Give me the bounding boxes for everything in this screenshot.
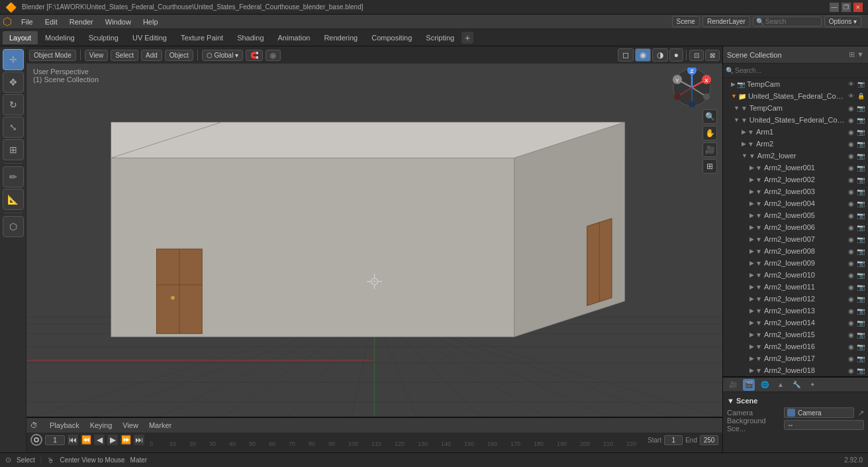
bg-scene-selector[interactable]: ↔ xyxy=(784,420,864,430)
cam-btn[interactable]: 📷 xyxy=(856,330,865,339)
camera-grid-button[interactable]: ⊞ xyxy=(702,159,717,174)
outliner-search-input[interactable] xyxy=(735,67,865,74)
render-icon[interactable]: 📷 xyxy=(856,79,865,89)
tab-texture-paint[interactable]: Texture Paint xyxy=(174,31,230,44)
cam-btn[interactable]: 📷 xyxy=(856,211,865,220)
menu-item-help[interactable]: Help xyxy=(138,17,164,27)
proportional-edit-button[interactable]: ◎ xyxy=(265,50,281,61)
transform-space-selector[interactable]: ⬡ Global ▾ xyxy=(202,50,243,61)
minimize-button[interactable]: — xyxy=(830,3,839,12)
outliner-item-0[interactable]: ▼ ▼ TempCam ◉ 📷 xyxy=(723,102,868,114)
cam-btn[interactable]: 📷 xyxy=(856,294,865,303)
outliner-options-icon[interactable]: ▼ xyxy=(857,50,864,59)
outliner-item-5[interactable]: ▶ ▼ Arm2_lower001 ◉ 📷 xyxy=(723,162,868,174)
move-tool-button[interactable]: ✥ xyxy=(3,72,24,93)
tl-menu-keying[interactable]: Keying xyxy=(87,421,115,430)
add-menu[interactable]: Add xyxy=(141,50,162,61)
play-button[interactable]: ▶ xyxy=(107,435,118,445)
cam-btn[interactable]: 📷 xyxy=(856,234,865,244)
cam-btn[interactable]: 📷 xyxy=(856,175,865,184)
cam-btn[interactable]: 📷 xyxy=(856,127,865,136)
rotate-tool-button[interactable]: ↻ xyxy=(3,94,24,115)
zoom-in-button[interactable]: 🔍 xyxy=(702,109,717,124)
outliner-item-19[interactable]: ▶ ▼ Arm2_lower015 ◉ 📷 xyxy=(723,329,868,340)
annotate-tool-button[interactable]: ✏ xyxy=(3,166,24,187)
tl-menu-view[interactable]: View xyxy=(120,421,141,430)
prop-tab-object[interactable]: ▲ xyxy=(775,379,787,391)
tab-uv-editing[interactable]: UV Editing xyxy=(126,31,173,44)
object-menu[interactable]: Object xyxy=(165,50,193,61)
outliner-item-12[interactable]: ▶ ▼ Arm2_lower008 ◉ 📷 xyxy=(723,245,868,257)
cam-btn[interactable]: 📷 xyxy=(856,223,865,232)
viewport-shading-material[interactable]: ◑ xyxy=(652,48,668,62)
visibility-icon[interactable]: 👁 xyxy=(846,91,855,101)
viewport-3d[interactable]: Object Mode View Select Add Object ⬡ Glo… xyxy=(26,46,722,417)
viewport-shading-solid[interactable]: ◉ xyxy=(635,48,651,62)
cam-btn[interactable]: 📷 xyxy=(856,199,865,208)
end-frame-input[interactable]: 250 xyxy=(700,435,718,445)
cam-btn[interactable]: 📷 xyxy=(856,139,865,148)
vis-btn[interactable]: ◉ xyxy=(846,199,855,208)
tab-compositing[interactable]: Compositing xyxy=(365,31,418,44)
outliner-item-9[interactable]: ▶ ▼ Arm2_lower005 ◉ 📷 xyxy=(723,209,868,221)
search-input[interactable] xyxy=(765,18,818,25)
render-layer-selector[interactable]: RenderLayer xyxy=(702,16,750,27)
cam-btn[interactable]: 📷 xyxy=(856,318,865,327)
measure-tool-button[interactable]: 📐 xyxy=(3,189,24,210)
tl-menu-marker[interactable]: Marker xyxy=(146,421,174,430)
cam-btn[interactable]: 📷 xyxy=(856,246,865,256)
menu-item-window[interactable]: Window xyxy=(100,17,136,27)
camera-view-button[interactable]: 🎥 xyxy=(702,142,717,157)
vis-btn[interactable]: ◉ xyxy=(846,127,855,136)
cam-btn[interactable]: 📷 xyxy=(856,306,865,315)
vis-btn[interactable]: ◉ xyxy=(846,366,855,375)
outliner-item-7[interactable]: ▶ ▼ Arm2_lower003 ◉ 📷 xyxy=(723,185,868,197)
tab-layout[interactable]: Layout xyxy=(3,31,38,44)
vis-btn[interactable]: ◉ xyxy=(846,115,855,125)
transform-tool-button[interactable]: ⊞ xyxy=(3,139,24,160)
outliner-item-15[interactable]: ▶ ▼ Arm2_lower011 ◉ 📷 xyxy=(723,281,868,293)
vis-btn[interactable]: ◉ xyxy=(846,342,855,351)
outliner-item-18[interactable]: ▶ ▼ Arm2_lower014 ◉ 📷 xyxy=(723,317,868,329)
scene-selector[interactable]: Scene xyxy=(672,16,700,27)
outliner-item-8[interactable]: ▶ ▼ Arm2_lower004 ◉ 📷 xyxy=(723,197,868,209)
options-button[interactable]: Options ▾ xyxy=(824,16,861,27)
vis-btn[interactable]: ◉ xyxy=(846,223,855,232)
navigation-gizmo[interactable]: X Y Z xyxy=(672,68,712,107)
cam-btn[interactable]: 📷 xyxy=(856,103,865,113)
prop-tab-world[interactable]: 🌐 xyxy=(759,379,771,391)
mode-selector[interactable]: Object Mode xyxy=(29,50,76,61)
vis-btn[interactable]: ◉ xyxy=(846,318,855,327)
outliner-item-tempcam[interactable]: ▶ 📷 TempCam 👁 📷 xyxy=(723,78,868,90)
overlays-button[interactable]: ⊡ xyxy=(689,50,704,61)
vis-btn[interactable]: ◉ xyxy=(846,163,855,172)
snap-button[interactable]: 🧲 xyxy=(246,50,263,61)
outliner-item-6[interactable]: ▶ ▼ Arm2_lower002 ◉ 📷 xyxy=(723,174,868,185)
tab-animation[interactable]: Animation xyxy=(271,31,317,44)
outliner-item-20[interactable]: ▶ ▼ Arm2_lower016 ◉ 📷 xyxy=(723,340,868,352)
outliner-item-13[interactable]: ▶ ▼ Arm2_lower009 ◉ 📷 xyxy=(723,257,868,269)
vis-btn[interactable]: ◉ xyxy=(846,306,855,315)
menu-item-edit[interactable]: Edit xyxy=(40,17,63,27)
play-reverse-button[interactable]: ◀ xyxy=(94,435,105,445)
camera-edit-icon[interactable]: ↗ xyxy=(858,409,864,417)
vis-btn[interactable]: ◉ xyxy=(846,330,855,339)
vis-btn[interactable]: ◉ xyxy=(846,211,855,220)
visibility-icon[interactable]: 👁 xyxy=(846,79,855,89)
prop-tab-scene[interactable]: 🎬 xyxy=(743,379,755,391)
outliner-item-17[interactable]: ▶ ▼ Arm2_lower013 ◉ 📷 xyxy=(723,305,868,317)
jump-start-button[interactable]: ⏮ xyxy=(68,435,78,445)
tl-menu-playback[interactable]: Playback xyxy=(47,421,82,430)
vis-btn[interactable]: ◉ xyxy=(846,234,855,244)
jump-end-button[interactable]: ⏭ xyxy=(134,435,144,445)
current-frame-input[interactable]: 1 xyxy=(45,435,65,445)
vis-btn[interactable]: ◉ xyxy=(846,187,855,196)
viewport-shading-wire[interactable]: ◻ xyxy=(618,48,634,62)
cam-btn[interactable]: 📷 xyxy=(856,366,865,375)
tab-sculpting[interactable]: Sculpting xyxy=(82,31,125,44)
tab-rendering[interactable]: Rendering xyxy=(317,31,364,44)
outliner-item-22[interactable]: ▶ ▼ Arm2_lower018 ◉ 📷 xyxy=(723,364,868,376)
cam-btn[interactable]: 📷 xyxy=(856,282,865,291)
outliner-item-1[interactable]: ▼ ▼ United_States_Federal_Courthou ◉ 📷 xyxy=(723,114,868,126)
add-cube-tool-button[interactable]: ⬡ xyxy=(3,216,24,237)
